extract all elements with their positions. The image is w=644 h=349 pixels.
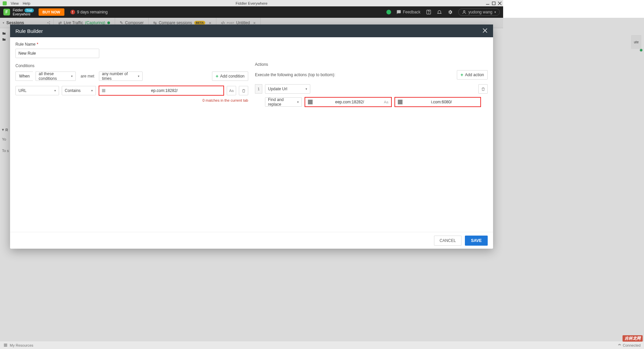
plus-icon: +: [216, 74, 218, 79]
gear-icon[interactable]: [447, 9, 453, 15]
rule-name-input[interactable]: [15, 49, 99, 58]
actions-column: Actions Execute the following actions (t…: [255, 42, 488, 227]
add-condition-button[interactable]: +Add condition: [212, 71, 248, 81]
close-icon[interactable]: [482, 28, 488, 34]
svg-point-6: [463, 10, 465, 12]
brand-icon: F: [3, 9, 10, 15]
action-subrow: Find and replace▾ Aa: [265, 97, 488, 107]
chevron-down-icon: ▾: [91, 89, 93, 92]
window-title: Fiddler Everywhere: [236, 1, 268, 5]
condition-field-dropdown[interactable]: URL▾: [15, 86, 59, 95]
delete-condition-button[interactable]: [239, 86, 248, 95]
condition-row: URL▾ Contains▾ Aa: [15, 86, 248, 96]
condition-value-input[interactable]: [108, 88, 221, 93]
app-header: F Fiddler Trial Everywhere BUY NOW ! 9 d…: [0, 6, 503, 18]
user-menu[interactable]: yudong wang ▾: [458, 8, 500, 16]
window-close-icon[interactable]: [498, 1, 502, 5]
find-value-wrap: Aa: [305, 97, 392, 107]
when-dropdown[interactable]: all these conditions▾: [36, 71, 76, 81]
find-value-input[interactable]: [315, 100, 384, 104]
when-label: When: [15, 71, 33, 81]
modal-title: Rule Builder: [15, 28, 43, 34]
required-star: *: [37, 42, 38, 47]
condition-operator-dropdown[interactable]: Contains▾: [62, 86, 96, 95]
cancel-button[interactable]: CANCEL: [434, 236, 462, 246]
condition-value-wrap: [99, 86, 224, 96]
rule-name-label: Rule Name: [15, 42, 36, 47]
conditions-column: Rule Name * Conditions When all these co…: [15, 42, 248, 227]
trial-badge: Trial: [24, 8, 34, 12]
chevron-down-icon: ▾: [494, 10, 496, 14]
redact-block: [398, 100, 402, 104]
are-met-label: are met: [80, 74, 94, 79]
times-dropdown[interactable]: any number of times▾: [99, 71, 143, 81]
add-action-button[interactable]: +Add action: [457, 70, 488, 80]
modal-header: Rule Builder: [10, 24, 493, 37]
warning-icon: !: [70, 10, 75, 14]
os-titlebar: View Help Fiddler Everywhere: [0, 0, 503, 6]
help-icon[interactable]: [426, 9, 431, 15]
replace-value-input[interactable]: [405, 100, 478, 104]
case-toggle-button[interactable]: Aa: [227, 86, 236, 95]
user-name: yudong wang: [469, 10, 492, 14]
window-maximize-icon[interactable]: [492, 1, 496, 5]
menu-view[interactable]: View: [11, 1, 19, 5]
app-logo-icon: [3, 1, 7, 5]
action-row: 1 Update Url▾: [255, 84, 488, 94]
trash-icon: [241, 89, 246, 93]
chevron-down-icon: ▾: [138, 74, 140, 78]
modal-footer: CANCEL SAVE: [10, 232, 493, 249]
actions-title: Actions: [255, 62, 488, 67]
matches-message: 0 matches in the current tab: [15, 98, 248, 102]
menu-help[interactable]: Help: [23, 1, 31, 5]
case-indicator: Aa: [384, 100, 388, 104]
bell-icon[interactable]: [437, 9, 442, 15]
conditions-title: Conditions: [15, 63, 248, 68]
find-replace-dropdown[interactable]: Find and replace▾: [265, 97, 302, 107]
rule-builder-modal: Rule Builder Rule Name * Conditions When…: [10, 24, 493, 249]
execute-label: Execute the following actions (top to bo…: [255, 72, 335, 77]
brand: F Fiddler Trial Everywhere: [3, 8, 34, 16]
delete-action-button[interactable]: [478, 84, 488, 94]
window-minimize-icon[interactable]: [486, 1, 490, 5]
action-number: 1: [255, 84, 262, 94]
chevron-down-icon: ▾: [297, 100, 299, 104]
brand-line2: Everywhere: [13, 12, 34, 16]
plus-icon: +: [461, 72, 463, 77]
trash-icon: [481, 87, 485, 91]
save-button[interactable]: SAVE: [465, 236, 488, 246]
redact-block: [102, 89, 105, 92]
status-ok-icon: [386, 10, 391, 14]
chevron-down-icon: ▾: [306, 87, 307, 91]
chevron-down-icon: ▾: [71, 74, 73, 78]
user-icon: [462, 10, 467, 14]
svg-rect-1: [492, 2, 495, 5]
buy-now-button[interactable]: BUY NOW: [39, 8, 64, 16]
chevron-down-icon: ▾: [54, 89, 56, 92]
feedback-button[interactable]: Feedback: [396, 10, 421, 14]
feedback-icon: [396, 10, 401, 14]
svg-point-5: [428, 13, 429, 13]
brand-line1: Fiddler: [13, 8, 23, 12]
days-remaining: 9 days remaining: [77, 10, 108, 14]
action-type-dropdown[interactable]: Update Url▾: [265, 84, 310, 94]
replace-value-wrap: [394, 97, 481, 107]
redact-block: [308, 100, 313, 104]
